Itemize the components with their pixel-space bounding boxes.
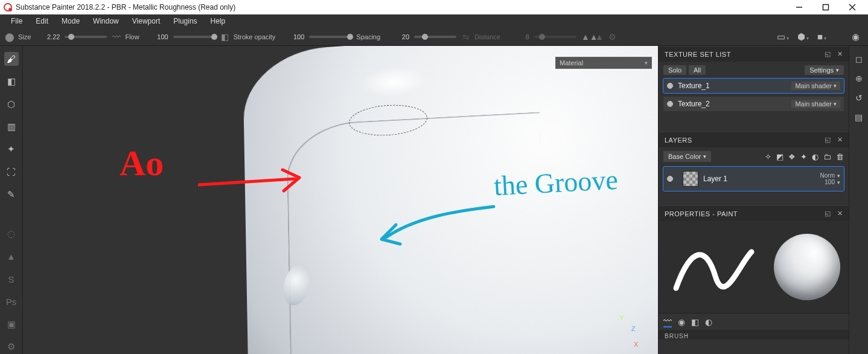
layer-blend-mode[interactable]: Norm — [820, 172, 835, 179]
window-minimize-button[interactable] — [786, 0, 812, 14]
panel-undock-icon[interactable]: ◱ — [825, 210, 831, 217]
visibility-toggle-icon[interactable] — [667, 83, 673, 89]
size-label: Size — [18, 33, 31, 40]
opacity-slider[interactable] — [309, 36, 351, 38]
window-close-button[interactable] — [839, 0, 866, 14]
layers-channel-dropdown[interactable]: Base Color ▾ — [663, 151, 711, 162]
context-toolbar: ⬤ Size 2.22 〰 Flow 100 ◧ Stroke opacity … — [0, 28, 868, 46]
menu-plugins[interactable]: Plugins — [167, 16, 203, 27]
flow-value[interactable]: 100 — [143, 33, 168, 40]
visibility-toggle-icon[interactable] — [667, 101, 673, 107]
panel-close-icon[interactable]: ✕ — [837, 50, 843, 58]
brush-tab-icon[interactable]: 〰 — [663, 316, 672, 327]
view-mode-button[interactable]: ⬢▾ — [797, 31, 809, 42]
properties-preview — [659, 221, 849, 313]
perspective-camera-button[interactable]: ▭▾ — [777, 31, 789, 42]
add-smart-material-icon[interactable]: ◐ — [812, 152, 819, 161]
svg-line-4 — [198, 179, 295, 185]
texture-set-shader-dropdown[interactable]: Main shader ▾ — [791, 82, 840, 90]
layer-thumbnail[interactable] — [683, 171, 698, 187]
add-mask-icon[interactable]: ◩ — [776, 152, 783, 161]
svg-rect-1 — [823, 4, 829, 10]
chevron-down-icon: ▾ — [834, 101, 837, 107]
add-paint-layer-icon[interactable]: ✦ — [800, 152, 807, 161]
viewport-material-dropdown[interactable]: Material ▾ — [555, 57, 652, 69]
history-icon[interactable]: ↺ — [855, 93, 863, 103]
eraser-tool-icon[interactable]: ◧ — [4, 74, 19, 88]
resources-updater-icon[interactable]: ▣ — [4, 317, 19, 331]
layer-row[interactable]: Layer 1 Norm▾ 100▾ — [663, 167, 844, 191]
menu-file[interactable]: File — [5, 16, 28, 27]
quick-mask-icon[interactable]: ◌ — [4, 227, 19, 241]
shader-settings-icon[interactable]: ⊕ — [855, 74, 863, 83]
right-icon-rail: ◻ ⊕ ↺ ▤ — [849, 46, 868, 354]
layer-opacity[interactable]: 100 — [825, 179, 835, 185]
menu-bar: File Edit Mode Window Viewport Plugins H… — [0, 14, 868, 28]
layer-name[interactable]: Layer 1 — [703, 175, 820, 183]
symmetry-settings-icon[interactable]: ⚙ — [608, 32, 617, 42]
alpha-tab-icon[interactable]: ◉ — [678, 317, 685, 327]
photoshop-export-icon[interactable]: Ps — [4, 295, 19, 309]
baking-icon[interactable]: ▲ — [4, 249, 19, 263]
menu-viewport[interactable]: Viewport — [126, 16, 166, 27]
texture-set-shader-dropdown[interactable]: Main shader ▾ — [791, 100, 840, 108]
flow-slider[interactable] — [173, 36, 215, 38]
camera-button[interactable]: ■▾ — [817, 31, 826, 42]
panel-close-icon[interactable]: ✕ — [837, 210, 843, 217]
texture-set-row[interactable]: Texture_1 Main shader ▾ — [663, 79, 844, 93]
settings-gear-icon[interactable]: ⚙ — [4, 340, 19, 354]
size-slider[interactable] — [65, 36, 107, 38]
texture-set-name: Texture_1 — [678, 82, 791, 90]
paint-tool-icon[interactable]: 🖌 — [4, 52, 19, 66]
spacing-value[interactable]: 20 — [384, 33, 409, 40]
texture-set-row[interactable]: Texture_2 Main shader ▾ — [663, 97, 844, 111]
display-settings-icon[interactable]: ◻ — [855, 54, 863, 64]
render-iray-button[interactable]: ◉ — [852, 31, 860, 42]
annotation-ao-arrow-icon — [198, 167, 319, 203]
opacity-icon: ◧ — [220, 32, 230, 42]
panel-close-icon[interactable]: ✕ — [837, 136, 843, 144]
axis-y-label: Y — [619, 314, 624, 321]
window-title: Substance Painter 2018.2.2 - PBR - Metal… — [16, 3, 786, 11]
distance-value: 8 — [504, 33, 529, 40]
axis-gizmo[interactable]: Y Z X — [607, 314, 643, 350]
size-value[interactable]: 2.22 — [34, 33, 60, 40]
distance-label: Distance — [474, 33, 500, 40]
polygon-fill-tool-icon[interactable]: ▥ — [4, 120, 19, 134]
menu-mode[interactable]: Mode — [56, 16, 86, 27]
visibility-toggle-icon[interactable] — [667, 176, 673, 182]
stencil-tab-icon[interactable]: ◧ — [691, 317, 699, 327]
add-effect-icon[interactable]: ✧ — [765, 152, 771, 161]
delete-layer-icon[interactable]: 🗑 — [836, 152, 844, 161]
spacing-slider[interactable] — [414, 36, 456, 38]
distance-slider — [534, 36, 576, 38]
add-fill-layer-icon[interactable]: ❖ — [788, 152, 796, 161]
app-logo-icon — [4, 3, 12, 11]
texture-set-settings-dropdown[interactable]: Settings ▾ — [805, 65, 844, 75]
texture-set-solo-button[interactable]: Solo — [663, 65, 686, 75]
panel-undock-icon[interactable]: ◱ — [825, 136, 831, 144]
projection-tool-icon[interactable]: ⬡ — [4, 97, 19, 111]
panel-undock-icon[interactable]: ◱ — [825, 50, 831, 58]
material-tab-icon[interactable]: ◐ — [705, 317, 712, 327]
clone-tool-icon[interactable]: ⛶ — [4, 165, 19, 179]
flow-icon: 〰 — [112, 32, 121, 42]
texture-set-list-header: TEXTURE SET LIST ◱ ✕ — [659, 46, 849, 62]
properties-title: PROPERTIES - PAINT — [665, 210, 738, 217]
add-folder-icon[interactable]: 🗀 — [823, 152, 831, 161]
symmetry-x-icon[interactable]: ▲▲ — [581, 32, 591, 42]
opacity-value[interactable]: 100 — [279, 33, 304, 40]
log-icon[interactable]: ▤ — [855, 112, 863, 122]
substance-icon[interactable]: S — [4, 272, 19, 286]
window-maximize-button[interactable] — [812, 0, 839, 14]
viewport-3d[interactable]: Ao the Groove Material ▾ Y Z X — [23, 46, 658, 354]
chevron-down-icon: ▾ — [703, 153, 706, 159]
viewport-material-label: Material — [560, 59, 583, 66]
menu-help[interactable]: Help — [205, 16, 232, 27]
symmetry-y-icon[interactable]: ▲ — [595, 32, 604, 42]
smudge-tool-icon[interactable]: ✦ — [4, 143, 19, 156]
menu-edit[interactable]: Edit — [30, 16, 54, 27]
texture-set-all-button[interactable]: All — [689, 65, 706, 75]
material-picker-tool-icon[interactable]: ✎ — [4, 187, 19, 201]
menu-window[interactable]: Window — [87, 16, 125, 27]
